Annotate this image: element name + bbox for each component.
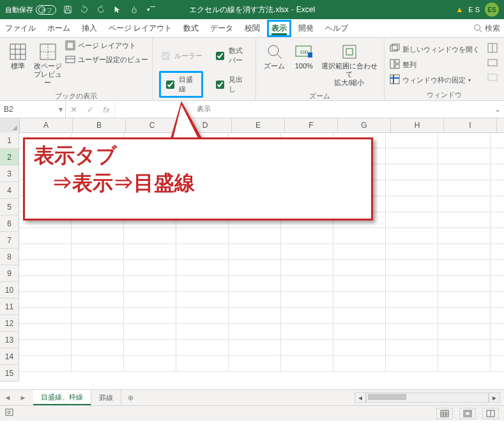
ruler-checkbox-input[interactable] — [162, 52, 170, 60]
autosave-toggle[interactable]: 自動保存 オフ — [5, 5, 56, 15]
column-header[interactable]: H — [391, 118, 444, 133]
cell[interactable] — [491, 276, 504, 292]
cell[interactable] — [386, 196, 438, 212]
cell[interactable] — [19, 340, 72, 356]
cell[interactable] — [124, 356, 176, 372]
cell[interactable] — [281, 356, 333, 372]
show-formula-bar-checkbox[interactable]: 数式バー — [213, 45, 248, 66]
sheet-tab[interactable]: 罫線 — [91, 390, 121, 405]
cell[interactable] — [19, 292, 72, 308]
cell[interactable] — [176, 228, 229, 244]
cell[interactable] — [19, 308, 72, 324]
cell[interactable] — [229, 292, 281, 308]
tab-insert[interactable]: 挿入 — [80, 23, 98, 34]
cell[interactable] — [19, 276, 72, 292]
macro-record-icon[interactable] — [5, 408, 15, 419]
cell[interactable] — [19, 244, 72, 260]
cell[interactable] — [491, 196, 504, 212]
accept-edit-icon[interactable]: ✓ — [87, 105, 94, 114]
view-page-layout-icon[interactable] — [459, 408, 476, 419]
tab-file[interactable]: ファイル — [4, 23, 37, 34]
row-header[interactable]: 1 — [0, 132, 19, 149]
cell[interactable] — [386, 324, 438, 340]
name-box[interactable]: B2 ▾ — [0, 101, 66, 118]
scrollbar-thumb[interactable] — [368, 394, 406, 400]
expand-formula-bar-icon[interactable]: ⌄ — [491, 101, 504, 118]
cell[interactable] — [124, 276, 176, 292]
cell[interactable] — [72, 340, 124, 356]
tab-page-layout[interactable]: ページ レイアウト — [107, 23, 173, 34]
cell[interactable] — [333, 340, 386, 356]
sheet-nav-prev-icon[interactable]: ◄ — [0, 390, 15, 405]
cell[interactable] — [386, 132, 438, 148]
cell[interactable] — [438, 132, 491, 148]
row-header[interactable]: 9 — [0, 265, 19, 282]
cell[interactable] — [491, 260, 504, 276]
cell[interactable] — [438, 244, 491, 260]
cell[interactable] — [386, 292, 438, 308]
cell[interactable] — [124, 244, 176, 260]
cell[interactable] — [176, 356, 229, 372]
column-header[interactable]: I — [444, 118, 497, 133]
cell[interactable] — [72, 324, 124, 340]
scroll-left-button[interactable]: ◄ — [355, 392, 366, 403]
cell[interactable] — [124, 228, 176, 244]
cell[interactable] — [438, 260, 491, 276]
cell[interactable] — [438, 276, 491, 292]
cell[interactable] — [386, 244, 438, 260]
freeze-panes-button[interactable]: ウィンドウ枠の固定 ▾ — [390, 74, 480, 86]
cell[interactable] — [72, 292, 124, 308]
arrange-all-button[interactable]: 整列 — [390, 58, 480, 71]
tab-view[interactable]: 表示 — [270, 23, 288, 34]
cancel-edit-icon[interactable]: ✕ — [70, 105, 77, 114]
zoom-button[interactable]: ズーム — [260, 40, 289, 73]
row-header[interactable]: 4 — [0, 182, 19, 199]
search-box[interactable]: 検索 — [473, 23, 500, 34]
column-header[interactable]: B — [73, 118, 126, 133]
cell[interactable] — [229, 244, 281, 260]
warning-icon[interactable]: ▲ — [455, 5, 463, 14]
cell[interactable] — [281, 324, 333, 340]
cell[interactable] — [386, 164, 438, 180]
cell[interactable] — [19, 260, 72, 276]
tab-review[interactable]: 校閲 — [243, 23, 261, 34]
cell[interactable] — [333, 308, 386, 324]
cell[interactable] — [229, 356, 281, 372]
cell[interactable] — [19, 356, 72, 372]
cell[interactable] — [491, 180, 504, 196]
cell[interactable] — [176, 260, 229, 276]
row-header[interactable]: 14 — [0, 348, 19, 365]
cell[interactable] — [72, 276, 124, 292]
cell[interactable] — [438, 212, 491, 228]
cell[interactable] — [438, 324, 491, 340]
tab-data[interactable]: データ — [209, 23, 234, 34]
gridlines-checkbox-input[interactable] — [166, 81, 174, 89]
fx-icon[interactable]: fx — [103, 105, 110, 114]
scroll-right-button[interactable]: ► — [489, 392, 500, 403]
cell[interactable] — [281, 308, 333, 324]
zoom-to-selection-button[interactable]: 選択範囲に合わせて 拡大/縮小 — [319, 40, 380, 90]
row-header[interactable]: 11 — [0, 298, 19, 315]
view-normal-icon[interactable] — [436, 408, 453, 419]
row-header[interactable]: 12 — [0, 315, 19, 332]
cell[interactable] — [438, 308, 491, 324]
view-normal-button[interactable]: 標準 — [4, 40, 31, 73]
unhide-window-icon[interactable] — [487, 72, 498, 84]
show-gridlines-checkbox[interactable]: 目盛線 — [164, 74, 199, 95]
cell[interactable] — [124, 340, 176, 356]
row-header[interactable]: 15 — [0, 365, 19, 382]
tab-formulas[interactable]: 数式 — [182, 23, 200, 34]
tab-help[interactable]: ヘルプ — [324, 23, 349, 34]
show-ruler-checkbox[interactable]: ルーラー — [159, 45, 203, 66]
cell[interactable] — [19, 324, 72, 340]
redo-icon[interactable] — [96, 4, 106, 15]
new-window-button[interactable]: 新しいウィンドウを開く — [390, 43, 480, 56]
cell[interactable] — [386, 340, 438, 356]
cell[interactable] — [124, 324, 176, 340]
cell[interactable] — [386, 148, 438, 164]
cell[interactable] — [438, 148, 491, 164]
cell[interactable] — [176, 244, 229, 260]
column-header[interactable]: F — [285, 118, 338, 133]
cell[interactable] — [176, 292, 229, 308]
cell[interactable] — [491, 340, 504, 356]
